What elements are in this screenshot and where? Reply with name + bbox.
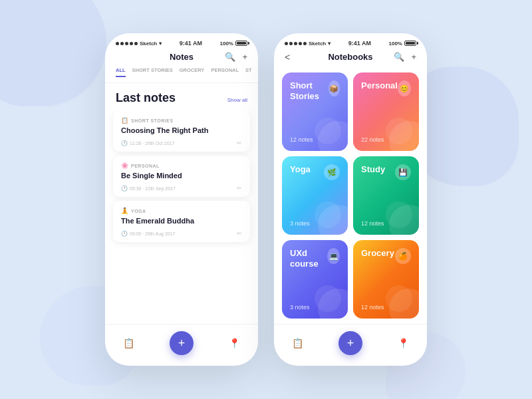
card-circle-2	[315, 118, 341, 144]
nav-notes-icon-2[interactable]: 📋	[292, 338, 303, 348]
notebooks-header-icons: 🔍 +	[394, 52, 416, 62]
wifi-icon-1: ▾	[159, 41, 162, 47]
note-card-0[interactable]: 📋 SHORT STORIES Choosing The Right Path …	[113, 110, 250, 152]
wifi-icon-2: ▾	[328, 41, 331, 47]
nav-add-button-1[interactable]: +	[170, 331, 194, 355]
notebook-emoji-icon: 😊	[398, 80, 411, 96]
notebook-name: Personal	[361, 80, 398, 91]
nav-location-icon-1[interactable]: 📍	[229, 338, 240, 348]
phone-notes: Sketch ▾ 9:41 AM 100% Notes 🔍 + ALLSHORT…	[105, 33, 258, 366]
notebook-card-1[interactable]: Personal 😊 22 notes	[353, 72, 419, 151]
note-time: 🕐11:26 · 26th Oct 2017	[121, 140, 174, 146]
status-right-2: 100%	[389, 41, 416, 47]
signal-dot	[116, 42, 119, 45]
section-header: Last notes Show all	[105, 83, 258, 110]
notebook-card-3[interactable]: Study 💾 12 notes	[353, 156, 419, 235]
signal-dot	[125, 42, 128, 45]
clock-icon: 🕐	[121, 231, 128, 237]
phone-notebooks: Sketch ▾ 9:41 AM 100% < Notebooks 🔍 +	[274, 33, 427, 366]
notebook-card-top: Yoga 🌿	[290, 164, 340, 180]
battery-fill-2	[406, 42, 415, 45]
notebook-card-5[interactable]: Grocery 🍊 12 notes	[353, 240, 419, 319]
notebook-emoji-icon: 🌿	[324, 164, 340, 180]
notebook-emoji-icon: 💾	[395, 164, 411, 180]
notes-title: Notes	[170, 52, 194, 62]
back-button[interactable]: <	[285, 52, 290, 63]
search-icon-notebooks[interactable]: 🔍	[394, 52, 404, 62]
signal-dots	[116, 42, 138, 45]
notebook-name: Grocery	[361, 248, 394, 259]
add-icon-notes[interactable]: +	[242, 52, 247, 62]
nav-add-button-2[interactable]: +	[338, 331, 362, 355]
filter-tab-all[interactable]: ALL	[116, 67, 126, 77]
add-icon-notebooks[interactable]: +	[411, 52, 416, 62]
note-footer: 🕐05:30 · 22th Sep 2017 ✏	[121, 185, 242, 192]
card-circle-2	[386, 285, 412, 312]
carrier-label-1: Sketch	[140, 41, 157, 47]
notebook-name: UXd course	[290, 248, 327, 269]
notebook-emoji-icon: 📦	[329, 80, 340, 96]
note-footer: 🕐11:26 · 26th Oct 2017 ✏	[121, 140, 242, 146]
notebook-card-4[interactable]: UXd course 💻 3 notes	[282, 240, 348, 319]
notes-header-icons: 🔍 +	[225, 52, 247, 62]
notebook-name: Yoga	[290, 164, 311, 175]
clock-icon: 🕐	[121, 186, 128, 192]
status-right-1: 100%	[220, 41, 247, 47]
note-card-2[interactable]: 🧘 YOGA The Emerald Buddha 🕐09:00 · 28th …	[113, 201, 250, 242]
filter-tab-short-stories[interactable]: SHORT STORIES	[132, 67, 173, 77]
note-title: Choosing The Right Path	[121, 126, 242, 134]
battery-icon-1	[235, 41, 247, 46]
notes-list: 📋 SHORT STORIES Choosing The Right Path …	[105, 110, 258, 324]
nav-notes-icon[interactable]: 📋	[123, 338, 134, 348]
note-category: 🌸 PERSONAL	[121, 162, 242, 169]
category-label: SHORT STORIES	[131, 118, 174, 123]
filter-tabs: ALLSHORT STORIESGROCERYPERSONALST	[105, 67, 258, 83]
edit-icon[interactable]: ✏	[237, 185, 242, 192]
filter-tab-personal[interactable]: PERSONAL	[211, 67, 239, 77]
status-bar-1: Sketch ▾ 9:41 AM 100%	[105, 33, 258, 49]
status-left-1: Sketch ▾	[116, 41, 162, 47]
signal-dot	[120, 42, 124, 45]
battery-label-2: 100%	[389, 41, 402, 47]
note-footer: 🕐09:00 · 28th Aug 2017 ✏	[121, 230, 242, 237]
status-bar-2: Sketch ▾ 9:41 AM 100%	[274, 33, 427, 49]
notebooks-title: Notebooks	[328, 52, 372, 62]
notebook-card-top: Study 💾	[361, 164, 411, 180]
signal-dot	[289, 42, 293, 45]
signal-dot	[299, 42, 302, 45]
edit-icon[interactable]: ✏	[237, 140, 242, 146]
card-circle-2	[386, 118, 412, 144]
note-time: 🕐09:00 · 28th Aug 2017	[121, 231, 176, 237]
bottom-nav-2: 📋 + 📍	[274, 324, 427, 366]
notebook-card-0[interactable]: Short Stories 📦 12 notes	[282, 72, 348, 151]
note-title: Be Single Minded	[121, 172, 242, 180]
filter-tab-grocery[interactable]: GROCERY	[180, 67, 205, 77]
status-left-2: Sketch ▾	[285, 41, 331, 47]
edit-icon[interactable]: ✏	[237, 230, 242, 237]
card-circle-2	[315, 201, 341, 228]
search-icon-notes[interactable]: 🔍	[225, 52, 235, 62]
signal-dot	[294, 42, 297, 45]
notebook-card-top: Short Stories 📦	[290, 80, 340, 101]
notebook-name: Study	[361, 164, 385, 175]
battery-icon-2	[404, 41, 416, 46]
signal-dots-2	[285, 42, 307, 45]
note-category: 🧘 YOGA	[121, 207, 242, 214]
phones-container: Sketch ▾ 9:41 AM 100% Notes 🔍 + ALLSHORT…	[105, 33, 427, 366]
category-icon: 🌸	[121, 162, 128, 169]
signal-dot	[130, 42, 133, 45]
category-label: PERSONAL	[131, 164, 160, 168]
note-card-1[interactable]: 🌸 PERSONAL Be Single Minded 🕐05:30 · 22t…	[113, 156, 250, 197]
nav-location-icon-2[interactable]: 📍	[398, 338, 409, 348]
bottom-nav-1: 📋 + 📍	[105, 324, 258, 366]
carrier-label-2: Sketch	[309, 41, 326, 47]
notebook-emoji-icon: 🍊	[395, 248, 411, 264]
signal-dot	[134, 42, 138, 45]
notebook-card-2[interactable]: Yoga 🌿 3 notes	[282, 156, 348, 235]
show-all-button[interactable]: Show all	[227, 97, 247, 103]
bg-blob-1	[0, 0, 106, 106]
card-circle-2	[315, 285, 341, 312]
card-circle-2	[386, 201, 412, 228]
notebook-name: Short Stories	[290, 80, 329, 101]
filter-tab-st[interactable]: ST	[245, 67, 252, 77]
